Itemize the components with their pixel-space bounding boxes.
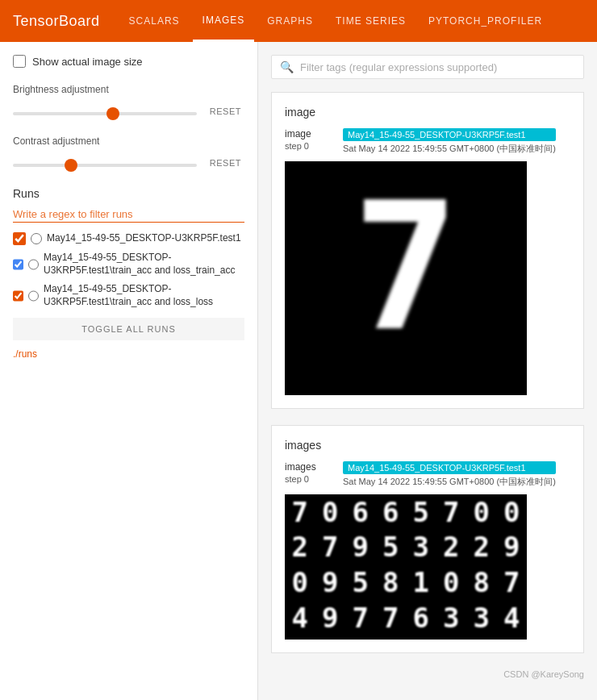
run-radio-3[interactable] — [28, 290, 39, 302]
toggle-all-runs-button[interactable]: TOGGLE ALL RUNS — [13, 318, 244, 340]
meta-right-2: May14_15-49-55_DESKTOP-U3KRP5F.test1 Sat… — [343, 461, 556, 488]
brightness-slider[interactable] — [13, 112, 197, 115]
brightness-reset-button[interactable]: RESET — [207, 103, 244, 119]
meta-key-2: images — [285, 461, 333, 473]
nav-scalars[interactable]: SCALARS — [119, 0, 190, 42]
main-layout: Show actual image size Brightness adjust… — [0, 42, 597, 700]
contrast-label: Contrast adjustment — [13, 135, 244, 147]
single-digit-canvas — [289, 165, 523, 391]
run-label-2: May14_15-49-55_DESKTOP-U3KRP5F.test1\tra… — [44, 252, 244, 277]
meta-left-1: image step 0 — [285, 128, 333, 151]
run-checkbox-3[interactable] — [13, 290, 23, 302]
runs-section: Runs May14_15-49-55_DESKTOP-U3KRP5F.test… — [13, 187, 244, 360]
meta-step-2: step 0 — [285, 474, 333, 484]
brightness-slider-row: RESET — [13, 103, 244, 119]
brightness-slider-container — [13, 106, 197, 118]
runs-path[interactable]: ./runs — [13, 348, 244, 360]
show-actual-size-row: Show actual image size — [13, 55, 244, 68]
header: TensorBoard SCALARS IMAGES GRAPHS TIME S… — [0, 0, 597, 42]
brightness-label: Brightness adjustment — [13, 84, 244, 95]
grid-digits-canvas — [285, 497, 527, 638]
app-logo: TensorBoard — [13, 13, 100, 30]
meta-tag-2: May14_15-49-55_DESKTOP-U3KRP5F.test1 — [343, 461, 556, 474]
run-item-1: May14_15-49-55_DESKTOP-U3KRP5F.test1 — [13, 232, 244, 245]
main-content: 🔍 image image step 0 May14_15-49-55_DESK… — [258, 42, 597, 700]
nav-time-series[interactable]: TIME SERIES — [326, 0, 415, 42]
meta-left-2: images step 0 — [285, 461, 333, 484]
run-item-2: May14_15-49-55_DESKTOP-U3KRP5F.test1\tra… — [13, 252, 244, 277]
image-card-1: image image step 0 May14_15-49-55_DESKTO… — [271, 92, 584, 409]
image-card-2: images images step 0 May14_15-49-55_DESK… — [271, 425, 584, 653]
meta-right-1: May14_15-49-55_DESKTOP-U3KRP5F.test1 Sat… — [343, 128, 556, 155]
card-title-1: image — [285, 106, 570, 119]
image-meta-1: image step 0 May14_15-49-55_DESKTOP-U3KR… — [285, 128, 570, 155]
run-radio-2[interactable] — [28, 259, 39, 270]
meta-date-2: Sat May 14 2022 15:49:55 GMT+0800 (中国标准时… — [343, 476, 556, 488]
meta-key-1: image — [285, 128, 333, 140]
card-title-2: images — [285, 439, 570, 452]
filter-bar: 🔍 — [271, 55, 584, 79]
contrast-slider[interactable] — [13, 164, 197, 167]
run-label-3: May14_15-49-55_DESKTOP-U3KRP5F.test1\tra… — [44, 283, 244, 308]
search-icon: 🔍 — [280, 60, 294, 73]
nav-images[interactable]: IMAGES — [193, 0, 255, 42]
runs-filter-input[interactable] — [13, 206, 244, 223]
meta-step-1: step 0 — [285, 141, 333, 151]
grid-image-1 — [285, 494, 527, 640]
contrast-slider-container — [13, 157, 197, 169]
meta-date-1: Sat May 14 2022 15:49:55 GMT+0800 (中国标准时… — [343, 143, 556, 155]
image-meta-2: images step 0 May14_15-49-55_DESKTOP-U3K… — [285, 461, 570, 488]
show-actual-size-checkbox[interactable] — [13, 55, 26, 68]
nav-pytorch-profiler[interactable]: PYTORCH_PROFILER — [419, 0, 552, 42]
sidebar: Show actual image size Brightness adjust… — [0, 42, 258, 700]
contrast-slider-row: RESET — [13, 155, 244, 171]
watermark: CSDN @KareySong — [271, 669, 584, 679]
main-nav: SCALARS IMAGES GRAPHS TIME SERIES PYTORC… — [119, 0, 553, 42]
brightness-section: Brightness adjustment RESET — [13, 84, 244, 119]
runs-title: Runs — [13, 187, 244, 200]
filter-input[interactable] — [300, 61, 575, 73]
nav-graphs[interactable]: GRAPHS — [257, 0, 323, 42]
contrast-reset-button[interactable]: RESET — [207, 155, 244, 171]
run-checkbox-2[interactable] — [13, 258, 23, 271]
show-actual-size-label[interactable]: Show actual image size — [32, 56, 143, 68]
run-item-3: May14_15-49-55_DESKTOP-U3KRP5F.test1\tra… — [13, 283, 244, 308]
run-label-1: May14_15-49-55_DESKTOP-U3KRP5F.test1 — [47, 232, 241, 245]
contrast-section: Contrast adjustment RESET — [13, 135, 244, 171]
number-image-1 — [285, 161, 527, 395]
run-radio-1[interactable] — [31, 233, 42, 244]
meta-tag-1: May14_15-49-55_DESKTOP-U3KRP5F.test1 — [343, 128, 556, 141]
run-checkbox-1[interactable] — [13, 232, 26, 245]
